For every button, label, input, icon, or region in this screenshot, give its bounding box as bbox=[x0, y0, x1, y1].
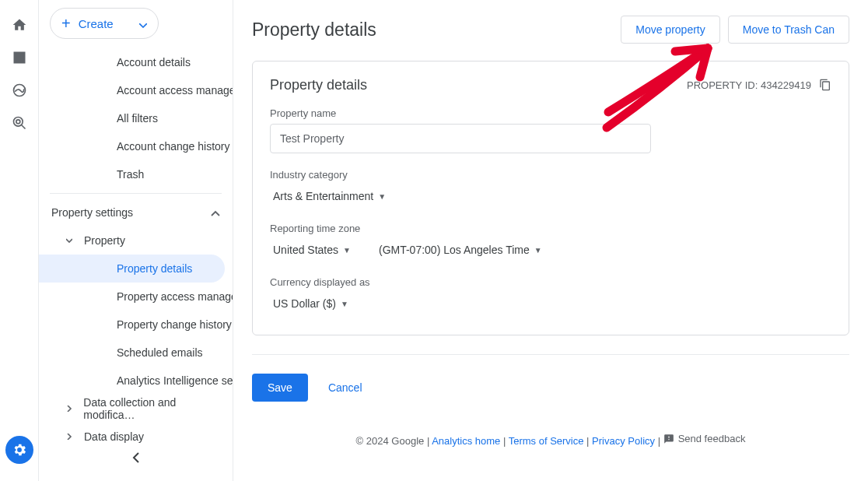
property-name-label: Property name bbox=[270, 107, 831, 119]
sidebar-item-account-change-history[interactable]: Account change history bbox=[39, 132, 233, 160]
caret-down-icon: ▼ bbox=[534, 246, 542, 255]
footer-tos-link[interactable]: Terms of Service bbox=[509, 435, 584, 447]
divider bbox=[50, 193, 222, 194]
sidebar-item-property-change-history[interactable]: Property change history bbox=[39, 311, 233, 339]
caret-down-icon: ▼ bbox=[343, 246, 351, 255]
cancel-button[interactable]: Cancel bbox=[322, 375, 369, 400]
create-label: Create bbox=[79, 17, 114, 30]
currency-label: Currency displayed as bbox=[270, 276, 831, 288]
sidebar-item-account-access[interactable]: Account access managem… bbox=[39, 76, 233, 104]
property-name-input[interactable] bbox=[270, 124, 651, 153]
sidebar-item-property-access[interactable]: Property access managem… bbox=[39, 283, 233, 311]
sidebar-item-property[interactable]: Property bbox=[39, 226, 233, 255]
timezone-select[interactable]: (GMT-07:00) Los Angeles Time ▼ bbox=[376, 239, 545, 261]
property-details-card: PROPERTY ID: 434229419 Property details … bbox=[252, 61, 849, 335]
footer-copyright: © 2024 Google bbox=[356, 435, 425, 447]
copy-icon[interactable] bbox=[819, 79, 831, 91]
admin-gear-button[interactable] bbox=[5, 436, 33, 464]
sidebar-item-account-details[interactable]: Account details bbox=[39, 48, 233, 76]
sidebar-item-all-filters[interactable]: All filters bbox=[39, 104, 233, 132]
sidebar-item-data-collection[interactable]: Data collection and modifica… bbox=[39, 395, 233, 423]
svg-point-2 bbox=[16, 120, 19, 124]
chevron-up-icon bbox=[211, 206, 220, 219]
save-button[interactable]: Save bbox=[252, 374, 308, 402]
footer: © 2024 Google | Analytics home | Terms o… bbox=[252, 433, 849, 455]
caret-right-icon bbox=[65, 405, 72, 413]
currency-select[interactable]: US Dollar ($) ▼ bbox=[270, 293, 352, 314]
create-button[interactable]: + Create bbox=[50, 8, 159, 39]
sidebar-item-trash[interactable]: Trash bbox=[39, 160, 233, 188]
collapse-sidebar-button[interactable] bbox=[125, 444, 147, 473]
svg-point-1 bbox=[13, 118, 23, 127]
divider bbox=[252, 354, 849, 355]
sidebar-item-analytics-intelligence[interactable]: Analytics Intelligence sear… bbox=[39, 367, 233, 395]
caret-right-icon bbox=[65, 433, 73, 441]
move-property-button[interactable]: Move property bbox=[621, 16, 719, 44]
main-content: Property details Move property Move to T… bbox=[233, 0, 868, 481]
industry-label: Industry category bbox=[270, 169, 831, 181]
sidebar-item-scheduled-emails[interactable]: Scheduled emails bbox=[39, 339, 233, 367]
send-feedback-button[interactable]: Send feedback bbox=[663, 433, 746, 444]
caret-down-icon: ▼ bbox=[378, 192, 386, 201]
plus-icon: + bbox=[61, 15, 71, 33]
left-rail bbox=[0, 0, 39, 481]
industry-select[interactable]: Arts & Entertainment ▼ bbox=[270, 185, 389, 207]
caret-down-small-icon bbox=[65, 237, 73, 245]
home-icon[interactable] bbox=[12, 17, 27, 33]
caret-down-icon bbox=[139, 17, 147, 30]
footer-privacy-link[interactable]: Privacy Policy bbox=[592, 435, 655, 447]
reports-icon[interactable] bbox=[12, 50, 27, 65]
property-id: PROPERTY ID: 434229419 bbox=[687, 79, 831, 91]
sidebar-item-property-details[interactable]: Property details bbox=[39, 255, 225, 283]
explore-icon[interactable] bbox=[12, 83, 27, 98]
feedback-icon bbox=[663, 434, 674, 444]
page-title: Property details bbox=[252, 19, 613, 40]
advertising-icon[interactable] bbox=[12, 115, 27, 131]
caret-down-icon: ▼ bbox=[341, 300, 348, 308]
move-to-trash-button[interactable]: Move to Trash Can bbox=[728, 16, 849, 44]
sidebar-section-property-settings[interactable]: Property settings bbox=[39, 198, 233, 226]
timezone-country-select[interactable]: United States ▼ bbox=[270, 239, 354, 261]
footer-analytics-home-link[interactable]: Analytics home bbox=[432, 435, 500, 447]
timezone-label: Reporting time zone bbox=[270, 223, 831, 234]
sidebar: + Create Account details Account access … bbox=[39, 0, 233, 481]
